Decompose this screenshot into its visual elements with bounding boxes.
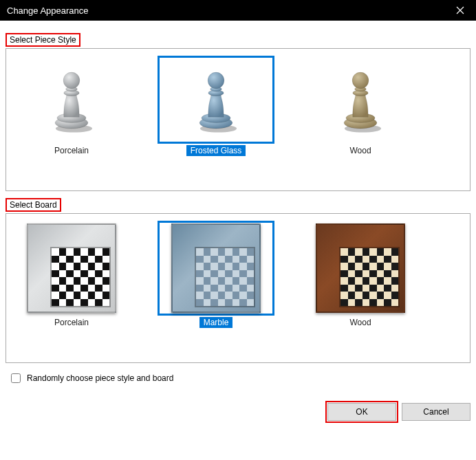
dialog-buttons: OK Cancel: [0, 391, 476, 428]
board-tile-icon: [27, 223, 116, 313]
random-checkbox-label: Randomly choose piece style and board: [27, 373, 173, 383]
piece-style-group: Porcelain Frosted Glass: [6, 48, 470, 191]
board-option-label: Wood: [345, 317, 375, 328]
piece-option-wood[interactable]: Wood: [302, 56, 419, 156]
board-tile-icon: [316, 223, 405, 313]
ok-button[interactable]: OK: [327, 403, 396, 421]
pawn-icon: [47, 66, 96, 133]
board-preview: [13, 221, 130, 316]
board-tile-icon: [171, 223, 261, 313]
close-icon: [456, 6, 464, 14]
svg-point-5: [63, 72, 80, 89]
piece-preview: [302, 56, 419, 144]
random-checkbox-row[interactable]: Randomly choose piece style and board: [8, 371, 470, 385]
svg-point-17: [352, 72, 369, 89]
piece-option-label: Wood: [345, 145, 375, 156]
piece-option-label: Porcelain: [50, 145, 93, 156]
piece-preview: [158, 56, 274, 144]
window-title: Change Appearance: [7, 6, 444, 16]
piece-style-heading: Select Piece Style: [6, 33, 80, 47]
board-preview: [302, 221, 419, 316]
board-style-group: Porcelain Marble Wood: [6, 213, 470, 363]
board-heading: Select Board: [6, 198, 61, 212]
dialog-body: Select Piece Style Porcelain: [0, 21, 476, 391]
random-checkbox[interactable]: [11, 373, 21, 383]
piece-style-heading-wrap: Select Piece Style: [6, 33, 470, 47]
piece-option-label: Frosted Glass: [186, 145, 246, 156]
board-option-marble[interactable]: Marble: [158, 221, 274, 328]
cancel-button[interactable]: Cancel: [402, 403, 470, 421]
board-heading-wrap: Select Board: [6, 198, 470, 212]
piece-preview: [13, 56, 130, 144]
board-option-label: Marble: [199, 317, 233, 328]
pawn-icon: [336, 66, 385, 133]
piece-option-frostedglass[interactable]: Frosted Glass: [158, 56, 274, 156]
board-preview: [158, 221, 274, 316]
board-option-porcelain[interactable]: Porcelain: [13, 221, 130, 328]
titlebar: Change Appearance: [0, 0, 476, 21]
close-button[interactable]: [444, 0, 476, 21]
board-option-label: Porcelain: [50, 317, 93, 328]
svg-point-11: [208, 72, 224, 89]
piece-option-porcelain[interactable]: Porcelain: [13, 56, 130, 156]
pawn-icon: [192, 66, 240, 133]
board-option-wood[interactable]: Wood: [302, 221, 419, 328]
